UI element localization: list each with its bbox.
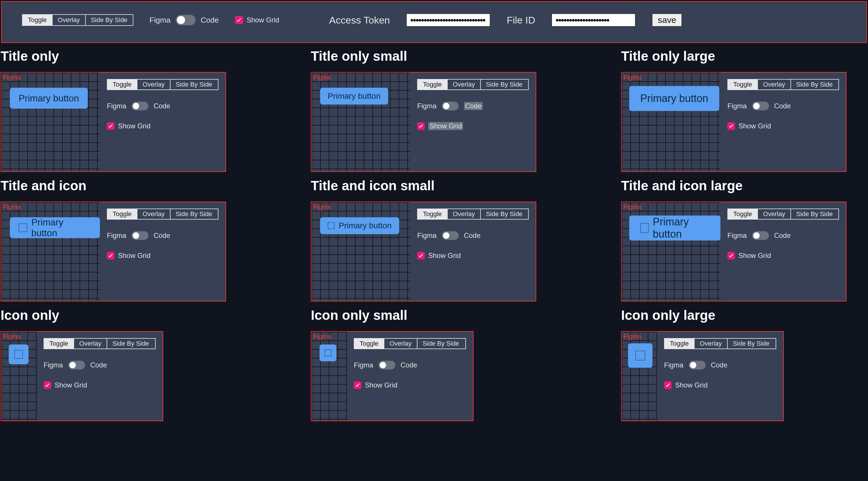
card-view-mode-toggle[interactable]: Toggle bbox=[728, 79, 758, 90]
access-token-input[interactable]: •••••••••••••••••••••••••••• bbox=[406, 13, 490, 27]
primary-button-preview[interactable] bbox=[628, 343, 652, 368]
card-view-mode-toggle[interactable]: Toggle bbox=[418, 209, 448, 219]
figma-preview: Figma bbox=[311, 332, 347, 421]
variant-card: FigmaPrimary button Toggle Overlay Side … bbox=[1, 72, 226, 172]
card-source-switch[interactable] bbox=[132, 102, 149, 110]
card-view-mode-overlay[interactable]: Overlay bbox=[448, 209, 481, 219]
card-view-mode-sbs[interactable]: Side By Side bbox=[170, 79, 218, 90]
card-source-switch[interactable] bbox=[68, 361, 85, 370]
card-view-mode-sbs[interactable]: Side By Side bbox=[481, 79, 528, 90]
primary-button-preview[interactable]: Primary button bbox=[10, 217, 100, 238]
card-view-mode-overlay[interactable]: Overlay bbox=[448, 79, 481, 90]
file-id-input[interactable]: •••••••••••••••••••• bbox=[551, 13, 636, 27]
card-view-mode-sbs[interactable]: Side By Side bbox=[791, 209, 838, 219]
preview-source-tag: Figma bbox=[313, 74, 331, 81]
preview-source-tag: Figma bbox=[623, 203, 641, 211]
card-view-mode-overlay[interactable]: Overlay bbox=[758, 209, 791, 219]
card-switch-label-figma: Figma bbox=[417, 231, 437, 239]
card-view-mode-sbs[interactable]: Side By Side bbox=[791, 79, 838, 90]
save-button[interactable]: save bbox=[652, 13, 682, 27]
primary-button-preview[interactable]: Primary button bbox=[10, 88, 88, 109]
preview-source-tag: Figma bbox=[313, 203, 331, 211]
card-switch-label-figma: Figma bbox=[107, 231, 126, 239]
card-show-grid-checkbox[interactable] bbox=[417, 122, 425, 130]
card-controls: Toggle Overlay Side By Side Figma Code S… bbox=[410, 73, 536, 171]
card-switch-label-figma: Figma bbox=[354, 361, 373, 369]
variant-card: FigmaPrimary button Toggle Overlay Side … bbox=[1, 201, 226, 301]
card-show-grid-checkbox[interactable] bbox=[354, 381, 361, 389]
card-switch-label-code: Code bbox=[774, 231, 791, 239]
card-view-mode-toggle[interactable]: Toggle bbox=[107, 209, 137, 219]
card-view-mode-sbs[interactable]: Side By Side bbox=[107, 339, 154, 349]
card-source-switch[interactable] bbox=[442, 102, 459, 110]
card-view-mode-toggle[interactable]: Toggle bbox=[107, 79, 137, 90]
view-mode-toggle[interactable]: Toggle bbox=[23, 15, 53, 25]
card-switch-label-figma: Figma bbox=[664, 361, 684, 369]
card-show-grid-checkbox[interactable] bbox=[727, 122, 735, 130]
card-show-grid-row: Show Grid bbox=[664, 381, 776, 389]
card-show-grid-checkbox[interactable] bbox=[727, 252, 735, 259]
card-view-mode-overlay[interactable]: Overlay bbox=[74, 339, 107, 349]
card-switch-label-code: Code bbox=[464, 231, 480, 239]
primary-button-preview[interactable]: Primary button bbox=[629, 86, 719, 111]
card-controls: Toggle Overlay Side By Side Figma Code S… bbox=[37, 332, 163, 421]
card-source-switch[interactable] bbox=[132, 231, 149, 240]
variant-card: Figma Toggle Overlay Side By Side Figma … bbox=[311, 331, 473, 421]
view-mode-sbs[interactable]: Side By Side bbox=[86, 15, 133, 25]
card-view-mode-segment: Toggle Overlay Side By Side bbox=[107, 79, 218, 90]
card-switch-label-code: Code bbox=[90, 361, 107, 369]
card-controls: Toggle Overlay Side By Side Figma Code S… bbox=[657, 332, 783, 421]
card-view-mode-overlay[interactable]: Overlay bbox=[137, 79, 170, 90]
view-mode-overlay[interactable]: Overlay bbox=[53, 15, 86, 25]
check-icon bbox=[108, 123, 114, 129]
placeholder-icon bbox=[640, 223, 649, 233]
card-view-mode-toggle[interactable]: Toggle bbox=[665, 339, 694, 349]
card-source-switch[interactable] bbox=[378, 361, 395, 370]
card-view-mode-overlay[interactable]: Overlay bbox=[694, 339, 728, 349]
variant-card: FigmaPrimary button Toggle Overlay Side … bbox=[311, 201, 536, 301]
card-controls: Toggle Overlay Side By Side Figma Code S… bbox=[100, 202, 225, 301]
gallery: Title onlyFigmaPrimary button Toggle Ove… bbox=[0, 48, 868, 421]
primary-button-preview[interactable] bbox=[319, 345, 336, 361]
placeholder-icon bbox=[19, 223, 27, 232]
card-show-grid-label: Show Grid bbox=[365, 381, 397, 389]
card-source-switch[interactable] bbox=[689, 361, 706, 370]
show-grid-checkbox[interactable] bbox=[235, 16, 243, 24]
card-source-switch[interactable] bbox=[752, 231, 769, 240]
card-view-mode-sbs[interactable]: Side By Side bbox=[170, 209, 218, 219]
card-view-mode-toggle[interactable]: Toggle bbox=[728, 209, 758, 219]
card-show-grid-checkbox[interactable] bbox=[107, 122, 115, 130]
card-show-grid-label: Show Grid bbox=[738, 122, 771, 130]
card-view-mode-toggle[interactable]: Toggle bbox=[44, 339, 74, 349]
card-show-grid-checkbox[interactable] bbox=[107, 252, 115, 259]
card-show-grid-label: Show Grid bbox=[118, 252, 151, 260]
card-show-grid-row: Show Grid bbox=[727, 122, 839, 130]
card-switch-label-figma: Figma bbox=[727, 102, 747, 110]
source-switch[interactable] bbox=[176, 15, 195, 25]
primary-button-preview[interactable]: Primary button bbox=[629, 216, 720, 241]
variant-title: Icon only large bbox=[621, 307, 867, 323]
card-source-switch[interactable] bbox=[752, 102, 769, 110]
primary-button-preview[interactable]: Primary button bbox=[320, 217, 399, 234]
check-icon bbox=[355, 382, 361, 388]
card-view-mode-segment: Toggle Overlay Side By Side bbox=[417, 79, 529, 90]
primary-button-preview[interactable] bbox=[9, 345, 28, 364]
primary-button-preview[interactable]: Primary button bbox=[320, 88, 388, 104]
card-view-mode-toggle[interactable]: Toggle bbox=[354, 339, 384, 349]
card-view-mode-overlay[interactable]: Overlay bbox=[137, 209, 170, 219]
card-show-grid-row: Show Grid bbox=[417, 122, 529, 130]
figma-preview: Figma bbox=[622, 332, 657, 421]
card-view-mode-sbs[interactable]: Side By Side bbox=[481, 209, 528, 219]
card-show-grid-checkbox[interactable] bbox=[664, 381, 672, 389]
card-view-mode-overlay[interactable]: Overlay bbox=[384, 339, 417, 349]
card-show-grid-checkbox[interactable] bbox=[417, 252, 425, 259]
card-view-mode-sbs[interactable]: Side By Side bbox=[417, 339, 465, 349]
check-icon bbox=[418, 253, 424, 258]
file-id-label: File ID bbox=[507, 14, 535, 26]
source-switch-row: Figma Code bbox=[150, 15, 219, 25]
card-view-mode-toggle[interactable]: Toggle bbox=[418, 79, 448, 90]
card-source-switch[interactable] bbox=[442, 231, 459, 240]
card-view-mode-overlay[interactable]: Overlay bbox=[758, 79, 791, 90]
card-view-mode-sbs[interactable]: Side By Side bbox=[728, 339, 775, 349]
card-show-grid-checkbox[interactable] bbox=[43, 381, 51, 389]
